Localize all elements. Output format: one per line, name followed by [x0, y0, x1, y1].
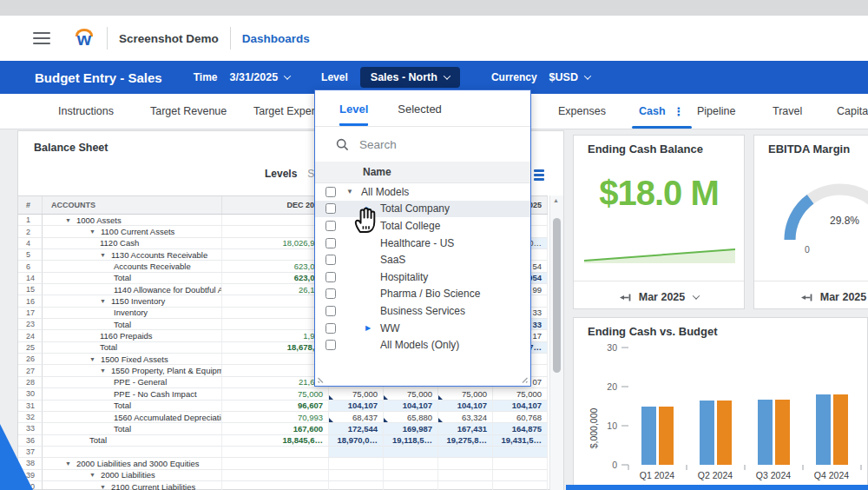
account-cell[interactable] — [43, 447, 222, 458]
collapse-icon[interactable]: ▼ — [100, 484, 111, 490]
level-item-all-models[interactable]: ▼All Models — [315, 183, 530, 201]
value-cell[interactable] — [438, 481, 493, 490]
dropdown-tab-level[interactable]: Level — [339, 103, 368, 126]
value-cell[interactable]: 104,107 — [438, 401, 493, 412]
tab-instructions[interactable]: Instructions — [58, 94, 114, 129]
account-cell[interactable]: ▼2000 Liabilities and 3000 Equities — [43, 458, 222, 469]
search-input[interactable] — [359, 138, 507, 151]
scrollbar-thumb[interactable] — [553, 218, 561, 373]
tab-cash[interactable]: Cash⋮ — [639, 94, 685, 129]
account-cell[interactable]: ▼1130 Accounts Receivable — [43, 249, 222, 261]
collapse-icon[interactable]: ▼ — [100, 368, 111, 374]
account-cell[interactable]: Total — [43, 273, 222, 284]
value-cell[interactable] — [493, 447, 548, 458]
value-cell[interactable] — [222, 295, 329, 307]
value-cell[interactable] — [222, 354, 329, 365]
value-cell[interactable]: 26,1… — [222, 284, 329, 295]
collapse-icon[interactable]: ▼ — [346, 188, 353, 195]
value-cell[interactable]: 68,437 — [329, 412, 384, 423]
account-cell[interactable]: Accounts Receivable — [43, 261, 222, 272]
tab-expenses[interactable]: Expenses — [558, 94, 606, 129]
account-cell[interactable]: 1560 Accumulated Depreciation — [43, 412, 222, 423]
resize-handle-right[interactable] — [520, 375, 528, 383]
account-cell[interactable]: ▼1000 Assets — [43, 215, 222, 226]
value-cell[interactable] — [384, 481, 438, 490]
value-cell[interactable] — [438, 458, 493, 469]
value-cell[interactable]: 65,880 — [384, 412, 438, 423]
collapse-icon[interactable]: ▼ — [65, 217, 76, 223]
value-cell[interactable] — [493, 481, 548, 490]
value-cell[interactable] — [384, 447, 438, 458]
dropdown-tab-selected[interactable]: Selected — [398, 103, 442, 126]
value-cell[interactable]: 169,987 — [384, 423, 438, 434]
value-cell[interactable]: 167,600 — [222, 423, 329, 434]
value-cell[interactable]: 104,107 — [384, 401, 438, 412]
value-cell[interactable]: 19,275,8… — [438, 435, 493, 447]
value-cell[interactable] — [438, 470, 493, 481]
level-item-total-college[interactable]: Total College — [315, 217, 530, 235]
value-cell[interactable]: 70,993 — [222, 412, 329, 423]
value-cell[interactable]: 21,6… — [222, 377, 329, 388]
kebab-menu-icon[interactable]: ⋮ — [674, 105, 685, 118]
tab-capital[interactable]: Capital — [837, 94, 868, 129]
value-cell[interactable]: 167,431 — [438, 423, 493, 434]
collapse-icon[interactable]: ▼ — [65, 460, 76, 467]
value-cell[interactable]: 172,544 — [329, 423, 384, 434]
account-cell[interactable]: ▼2100 Current Liabilities — [43, 481, 222, 490]
checkbox[interactable] — [326, 221, 336, 231]
value-cell[interactable]: 18,678,… — [222, 342, 329, 354]
value-cell[interactable] — [222, 308, 329, 319]
level-item-hospitality[interactable]: Hospitality — [315, 268, 530, 286]
collapse-icon[interactable]: ▼ — [89, 472, 101, 478]
level-item-total-company[interactable]: ▶Total Company — [315, 201, 530, 218]
account-cell[interactable]: PPE - No Cash Impact — [43, 388, 222, 400]
account-cell[interactable]: ▼2000 Liabilities — [43, 470, 222, 481]
account-cell[interactable]: ▼1150 Inventory — [43, 295, 222, 307]
checkbox[interactable] — [326, 272, 336, 282]
checkbox[interactable] — [326, 238, 336, 248]
value-cell[interactable]: 75,000 — [493, 388, 548, 400]
level-item-pharma-bio-science[interactable]: Pharma / Bio Science — [315, 286, 530, 303]
value-cell[interactable]: 60,768 — [493, 412, 548, 423]
collapse-icon[interactable]: ▼ — [100, 252, 111, 258]
value-cell[interactable] — [329, 481, 384, 490]
checkbox[interactable] — [326, 187, 336, 197]
value-cell[interactable] — [329, 458, 384, 469]
account-cell[interactable]: Inventory — [43, 308, 222, 319]
value-cell[interactable]: 1,9… — [222, 330, 329, 341]
account-cell[interactable]: Total — [43, 423, 222, 434]
level-item-ww[interactable]: ▶WW — [315, 320, 530, 337]
value-cell[interactable]: 164,875 — [493, 423, 548, 434]
dropdown-search[interactable] — [315, 127, 530, 162]
account-cell[interactable]: Total — [43, 401, 222, 412]
checkbox[interactable] — [326, 288, 336, 299]
level-item-healthcare-us[interactable]: Healthcare - US — [315, 235, 530, 252]
value-cell[interactable] — [222, 249, 329, 261]
currency-selector[interactable]: $USD — [549, 71, 590, 83]
value-cell[interactable] — [329, 470, 384, 481]
value-cell[interactable] — [493, 458, 548, 469]
account-cell[interactable]: PPE - General — [43, 377, 222, 388]
period-selector[interactable]: Mar 2025 — [754, 285, 868, 309]
account-cell[interactable]: 1160 Prepaids — [43, 330, 222, 341]
value-cell[interactable]: 623,0… — [222, 273, 329, 284]
value-cell[interactable]: 18,026,9… — [222, 238, 329, 249]
value-cell[interactable]: 623,0… — [222, 261, 329, 272]
value-cell[interactable]: 96,607 — [222, 401, 329, 412]
value-cell[interactable]: 19,118,5… — [384, 435, 438, 447]
value-cell[interactable] — [329, 447, 384, 458]
value-cell[interactable]: 75,000 — [329, 388, 384, 400]
tab-pipeline[interactable]: Pipeline — [697, 94, 735, 129]
account-cell[interactable]: ▼1500 Fixed Assets — [43, 354, 222, 365]
checkbox[interactable] — [326, 203, 336, 214]
view-options-icon[interactable] — [534, 169, 544, 181]
value-cell[interactable] — [222, 447, 329, 458]
tab-target-revenue[interactable]: Target Revenue — [150, 94, 227, 129]
tab-travel[interactable]: Travel — [773, 94, 802, 129]
checkbox[interactable] — [326, 340, 336, 350]
value-cell[interactable] — [222, 365, 329, 376]
checkbox[interactable] — [326, 255, 336, 265]
level-item-saas[interactable]: SaaS — [315, 251, 530, 268]
account-cell[interactable]: ▼1550 Property, Plant & Equipment — [43, 365, 222, 376]
value-cell[interactable] — [384, 470, 438, 481]
